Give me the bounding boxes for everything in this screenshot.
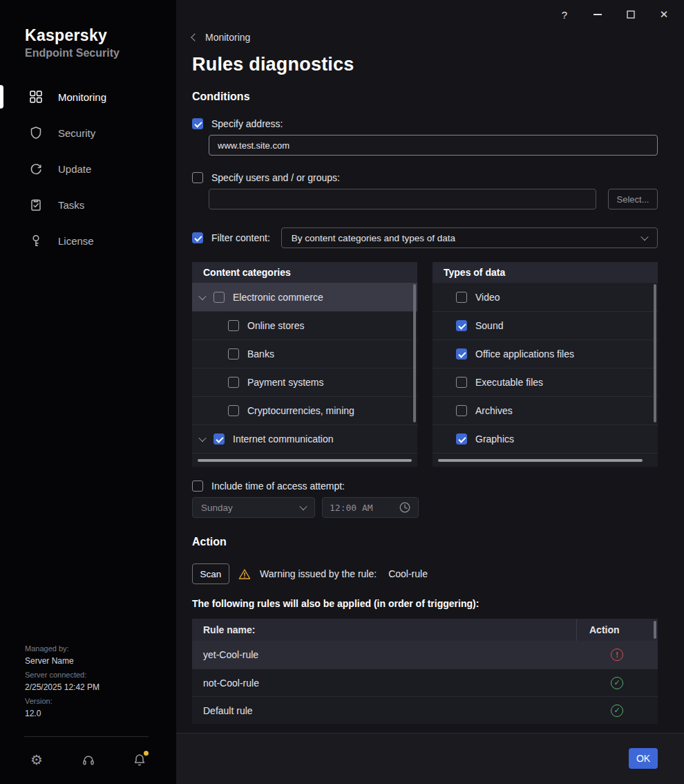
sidebar-item-security[interactable]: Security (0, 115, 176, 151)
settings-gear-icon[interactable]: ⚙ (29, 752, 44, 767)
content-categories-header: Content categories (192, 262, 417, 283)
warning-rule-name: Cool-rule (388, 568, 428, 579)
checkbox[interactable] (228, 377, 239, 388)
checkbox[interactable] (456, 320, 467, 331)
horizontal-scrollbar[interactable] (198, 459, 412, 462)
ok-button[interactable]: OK (629, 748, 658, 769)
version-value: 12.0 (25, 708, 99, 719)
list-item-executable-files[interactable]: Executable files (433, 368, 658, 396)
list-item-label: Sound (475, 320, 503, 331)
scan-button[interactable]: Scan (192, 563, 229, 584)
sidebar-item-label: License (58, 235, 94, 247)
checkbox[interactable] (228, 405, 239, 416)
action-heading: Action (192, 536, 658, 548)
list-item-graphics[interactable]: Graphics (433, 424, 658, 453)
maximize-icon (627, 10, 635, 19)
shield-icon (29, 126, 43, 140)
sidebar-item-license[interactable]: License (0, 223, 176, 259)
list-item-banks[interactable]: Banks (192, 339, 417, 368)
include-time-row: Include time of access attempt: (192, 480, 658, 492)
checkbox[interactable] (228, 348, 239, 360)
clock-icon (399, 501, 411, 514)
refresh-icon (29, 162, 43, 176)
bottom-action-bar: OK (176, 733, 684, 784)
version-label: Version: (25, 696, 99, 707)
checkbox[interactable] (213, 292, 225, 303)
specify-users-row: Specify users and / or groups: (192, 172, 658, 183)
minimize-button[interactable] (590, 7, 605, 22)
vertical-scrollbar[interactable] (654, 621, 656, 639)
checkbox[interactable] (456, 433, 467, 445)
list-item-label: Online stores (247, 320, 304, 331)
filter-content-checkbox[interactable] (192, 232, 203, 243)
maximize-button[interactable] (623, 7, 638, 22)
checkbox[interactable] (456, 405, 467, 416)
list-item-label: Executable files (475, 377, 543, 388)
sidebar-item-label: Security (58, 127, 95, 139)
sidebar-item-monitoring[interactable]: Monitoring (0, 79, 176, 115)
list-item-label: Cryptocurrencies, mining (247, 405, 354, 416)
table-row-yet-cool-rule[interactable]: yet-Cool-rule (192, 641, 658, 669)
vertical-scrollbar[interactable] (654, 284, 656, 422)
brand-title: Kaspersky (25, 26, 176, 45)
rule-warning-status-icon (611, 648, 623, 661)
list-item-online-stores[interactable]: Online stores (192, 311, 417, 339)
checkbox[interactable] (456, 377, 467, 388)
sidebar-nav: Monitoring Security Update (0, 79, 176, 259)
action-row: Scan Warning issued by the rule: Cool-ru… (192, 563, 658, 584)
table-row-default-rule[interactable]: Default rule (192, 696, 658, 724)
types-of-data-panel: Types of data Video Sound Office applica… (433, 262, 658, 467)
close-button[interactable]: ✕ (656, 7, 672, 22)
chevron-down-icon[interactable] (198, 292, 206, 299)
sidebar-item-tasks[interactable]: Tasks (0, 187, 176, 223)
checkbox[interactable] (228, 320, 239, 331)
rules-caption: The following rules will also be applied… (192, 598, 658, 609)
list-item-electronic-commerce[interactable]: Electronic commerce (192, 283, 417, 311)
list-item-office-applications-files[interactable]: Office applications files (433, 339, 658, 368)
back-link[interactable]: Monitoring (192, 32, 250, 43)
day-select-value: Sunday (201, 503, 233, 513)
server-name: Server Name (25, 655, 99, 666)
key-icon (29, 234, 43, 248)
sidebar-footer: Managed by: Server Name Server connected… (25, 640, 99, 719)
sidebar-item-update[interactable]: Update (0, 151, 176, 187)
table-row-not-cool-rule[interactable]: not-Cool-rule (192, 669, 658, 696)
content-categories-panel: Content categories Electronic commerce O… (192, 262, 417, 467)
chevron-down-icon[interactable] (198, 434, 206, 442)
list-item-video[interactable]: Video (433, 283, 658, 311)
managed-by-label: Managed by: (25, 644, 99, 654)
checkbox[interactable] (213, 433, 225, 445)
notifications-bell-icon[interactable] (132, 752, 147, 767)
day-select[interactable]: Sunday (192, 497, 315, 518)
users-input[interactable] (209, 189, 596, 209)
sidebar-item-label: Monitoring (58, 91, 106, 103)
checkbox[interactable] (456, 292, 467, 303)
list-item-archives[interactable]: Archives (433, 396, 658, 424)
filter-content-label: Filter content: (211, 232, 270, 243)
specify-users-checkbox[interactable] (192, 172, 203, 183)
include-time-checkbox[interactable] (192, 480, 203, 492)
filter-content-row: Filter content: By content categories an… (192, 227, 658, 248)
filter-content-selected-option: By content categories and types of data (292, 233, 455, 243)
chevron-down-icon (299, 503, 307, 510)
specify-address-checkbox[interactable] (192, 118, 203, 129)
horizontal-scrollbar[interactable] (438, 459, 643, 462)
list-item-payment-systems[interactable]: Payment systems (192, 368, 417, 396)
list-item-sound[interactable]: Sound (433, 311, 658, 339)
types-of-data-header: Types of data (433, 262, 658, 283)
select-users-button[interactable]: Select... (608, 189, 658, 209)
list-item-internet-communication[interactable]: Internet communication (192, 424, 417, 453)
filter-content-dropdown[interactable]: By content categories and types of data (281, 227, 658, 248)
back-link-label: Monitoring (205, 32, 250, 43)
time-input[interactable]: 12:00 AM (322, 497, 419, 518)
page-title: Rules diagnostics (192, 54, 658, 75)
address-input[interactable] (209, 135, 658, 156)
support-headset-icon[interactable] (81, 752, 96, 767)
specify-address-label: Specify address: (211, 118, 283, 129)
vertical-scrollbar[interactable] (413, 284, 416, 422)
list-item-cryptocurrencies-mining[interactable]: Cryptocurrencies, mining (192, 396, 417, 424)
help-button[interactable]: ? (557, 7, 572, 22)
checkbox[interactable] (456, 348, 467, 360)
list-item-label: Video (475, 292, 500, 303)
sidebar: Kaspersky Endpoint Security Monitoring (0, 0, 176, 784)
